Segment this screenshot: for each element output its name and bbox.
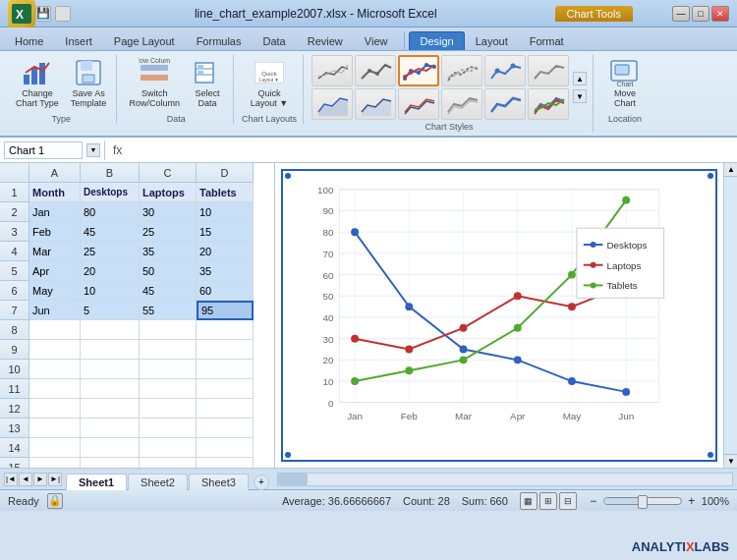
chart-style-3[interactable] — [398, 55, 439, 86]
chart-style-7[interactable] — [312, 88, 353, 120]
normal-view-btn[interactable]: ▦ — [520, 492, 538, 510]
close-btn[interactable]: ✕ — [711, 6, 729, 22]
col-header-d[interactable]: D — [197, 163, 254, 183]
cell-b6[interactable]: 10 — [81, 281, 140, 301]
cell-b1[interactable]: Desktops — [81, 183, 140, 202]
cell-d4[interactable]: 20 — [197, 242, 254, 261]
row-num-10[interactable]: 10 — [0, 360, 29, 379]
col-header-b[interactable]: B — [81, 163, 140, 183]
scroll-up-btn[interactable]: ▲ — [724, 163, 737, 177]
sheet-nav-first[interactable]: |◄ — [4, 473, 18, 486]
cell-a9[interactable] — [29, 340, 81, 360]
tab-design[interactable]: Design — [409, 31, 464, 50]
zoom-thumb[interactable] — [638, 495, 648, 509]
cell-c6[interactable]: 45 — [140, 281, 197, 301]
minimize-btn[interactable]: — — [672, 6, 690, 22]
cell-a10[interactable] — [29, 360, 81, 379]
cell-a2[interactable]: Jan — [29, 202, 81, 222]
cell-d5[interactable]: 35 — [197, 261, 254, 281]
chart-style-1[interactable] — [312, 55, 353, 86]
chart-style-11[interactable] — [484, 88, 526, 120]
quick-layout-btn[interactable]: Quick Layout ▼ QuickLayout ▼ — [247, 55, 292, 110]
status-lock-icon[interactable]: 🔒 — [47, 493, 63, 509]
cell-b7[interactable]: 5 — [81, 301, 140, 320]
cell-c9[interactable] — [140, 340, 197, 360]
chart-style-6[interactable] — [528, 55, 569, 86]
zoom-out-btn[interactable]: − — [587, 494, 600, 508]
tab-data[interactable]: Data — [252, 31, 296, 50]
move-chart-btn[interactable]: Chart MoveChart — [605, 55, 645, 110]
cell-c5[interactable]: 50 — [140, 261, 197, 281]
chart-handle-tl[interactable] — [285, 173, 291, 179]
tab-format[interactable]: Format — [519, 31, 575, 50]
row-num-4[interactable]: 4 — [0, 242, 29, 261]
sheet-tab-2[interactable]: Sheet2 — [128, 474, 188, 490]
row-num-2[interactable]: 2 — [0, 202, 29, 222]
cell-b3[interactable]: 45 — [81, 222, 140, 242]
cell-b2[interactable]: 80 — [81, 202, 140, 222]
cell-d8[interactable] — [197, 320, 254, 340]
page-break-btn[interactable]: ⊟ — [559, 492, 577, 510]
chart-style-12[interactable] — [528, 88, 569, 120]
chart-style-8[interactable] — [355, 88, 396, 120]
sheet-tab-3[interactable]: Sheet3 — [189, 474, 249, 490]
vertical-scrollbar[interactable]: ▲ ▼ — [723, 163, 737, 468]
cell-a4[interactable]: Mar — [29, 242, 81, 261]
select-data-btn[interactable]: SelectData — [188, 55, 227, 110]
horizontal-scrollbar[interactable] — [277, 473, 733, 486]
save-as-template-btn[interactable]: Save AsTemplate — [67, 55, 111, 110]
chart-style-5[interactable] — [484, 55, 526, 86]
chart-style-4[interactable] — [441, 55, 482, 86]
scroll-down-btn[interactable]: ▼ — [724, 454, 737, 468]
row-num-1[interactable]: 1 — [0, 183, 29, 202]
row-num-8[interactable]: 8 — [0, 320, 29, 340]
row-num-5[interactable]: 5 — [0, 261, 29, 281]
cell-a8[interactable] — [29, 320, 81, 340]
sheet-nav-prev[interactable]: ◄ — [19, 473, 32, 486]
chart-handle-bl[interactable] — [285, 452, 291, 458]
sheet-nav-next[interactable]: ► — [33, 473, 47, 486]
cell-d10[interactable] — [197, 360, 254, 379]
cell-c3[interactable]: 25 — [140, 222, 197, 242]
zoom-slider[interactable] — [603, 497, 682, 505]
cell-d3[interactable]: 15 — [197, 222, 254, 242]
switch-row-col-btn[interactable]: Row Column SwitchRow/Column — [125, 55, 184, 110]
formula-input[interactable] — [130, 144, 733, 156]
undo-icon[interactable] — [55, 6, 71, 22]
cell-reference-input[interactable]: Chart 1 — [4, 141, 83, 159]
cell-c2[interactable]: 30 — [140, 202, 197, 222]
row-num-3[interactable]: 3 — [0, 222, 29, 242]
col-header-a[interactable]: A — [29, 163, 81, 183]
cell-b5[interactable]: 20 — [81, 261, 140, 281]
cell-d1[interactable]: Tablets — [197, 183, 254, 202]
insert-sheet-btn[interactable]: + — [254, 475, 269, 490]
cell-a3[interactable]: Feb — [29, 222, 81, 242]
cell-ref-dropdown[interactable]: ▼ — [86, 143, 100, 157]
maximize-btn[interactable]: □ — [692, 6, 709, 22]
cell-a11[interactable] — [29, 379, 81, 399]
cell-b8[interactable] — [81, 320, 140, 340]
chart-handle-br[interactable] — [708, 452, 713, 458]
page-layout-btn[interactable]: ⊞ — [539, 492, 557, 510]
chart-style-10[interactable] — [441, 88, 482, 120]
chart-styles-scroll-up[interactable]: ▲ — [573, 72, 587, 85]
cell-b9[interactable] — [81, 340, 140, 360]
chart-styles-scroll-down[interactable]: ▼ — [573, 89, 587, 103]
cell-a7[interactable]: Jun — [29, 301, 81, 320]
cell-c4[interactable]: 35 — [140, 242, 197, 261]
tab-review[interactable]: Review — [297, 31, 354, 50]
sheet-nav-last[interactable]: ►| — [48, 473, 62, 486]
row-num-11[interactable]: 11 — [0, 379, 29, 399]
cell-a5[interactable]: Apr — [29, 261, 81, 281]
sheet-tab-1[interactable]: Sheet1 — [66, 474, 127, 490]
change-chart-type-btn[interactable]: ChangeChart Type — [12, 55, 63, 110]
chart-style-2[interactable] — [355, 55, 396, 86]
tab-pagelayout[interactable]: Page Layout — [103, 31, 186, 50]
quick-save-icon[interactable]: 💾 — [35, 6, 51, 22]
cell-c7[interactable]: 55 — [140, 301, 197, 320]
cell-d9[interactable] — [197, 340, 254, 360]
cell-b10[interactable] — [81, 360, 140, 379]
cell-a6[interactable]: May — [29, 281, 81, 301]
cell-d7[interactable]: 95 — [197, 301, 254, 320]
chart-handle-tr[interactable] — [708, 173, 713, 179]
